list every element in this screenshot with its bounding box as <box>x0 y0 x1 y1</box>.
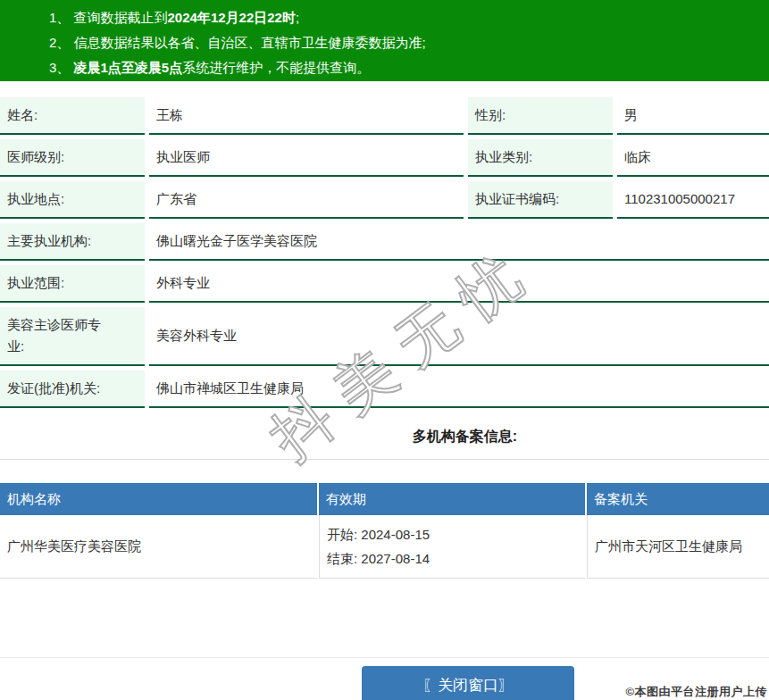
close-window-button[interactable]: 〖关闭窗口〗 <box>362 666 574 700</box>
cell-validity-period: 开始: 2024-08-15 结束: 2027-08-14 <box>319 515 585 579</box>
field-value-practice-category: 临床 <box>617 139 769 177</box>
table-row: 医师级别: 执业医师 执业类别: 临床 <box>0 139 769 177</box>
table-row: 执业地点: 广东省 执业证书编码: 110231005000217 <box>0 181 769 219</box>
multi-institution-filing-table: 机构名称 有效期 备案机关 广州华美医疗美容医院 开始: 2024-08-15 … <box>0 483 769 579</box>
validity-start: 开始: 2024-08-15 <box>327 522 578 546</box>
field-value-doctor-level: 执业医师 <box>149 139 464 177</box>
field-label-gender: 性别: <box>468 97 613 135</box>
notice-line-2: 2、 信息数据结果以各省、自治区、直辖市卫生健康委数据为准; <box>49 30 769 55</box>
notice-text: ; <box>296 10 299 25</box>
notice-banner: 1、 查询数据截止到2024年12月22日22时; 2、 信息数据结果以各省、自… <box>0 0 769 81</box>
notice-text-bold: 凌晨1点至凌晨5点 <box>74 60 183 75</box>
validity-end: 结束: 2027-08-14 <box>327 546 578 571</box>
notice-text: 系统进行维护，不能提供查询。 <box>182 60 370 75</box>
notice-number: 3、 <box>49 60 70 75</box>
column-header-validity-period: 有效期 <box>319 483 585 515</box>
field-label-doctor-level: 医师级别: <box>0 139 145 177</box>
field-label-issuing-authority: 发证(批准)机关: <box>0 371 145 408</box>
table-header-row: 机构名称 有效期 备案机关 <box>0 483 769 515</box>
field-label-cosmetic-specialty: 美容主诊医师专业: <box>0 307 145 366</box>
query-result-page: 1、 查询数据截止到2024年12月22日22时; 2、 信息数据结果以各省、自… <box>0 0 769 700</box>
table-row: 主要执业机构: 佛山曙光金子医学美容医院 <box>0 223 769 261</box>
table-row: 广州华美医疗美容医院 开始: 2024-08-15 结束: 2027-08-14… <box>0 515 769 579</box>
field-label-practice-scope: 执业范围: <box>0 265 145 303</box>
notice-line-1: 1、 查询数据截止到2024年12月22日22时; <box>49 5 769 30</box>
practitioner-info-table: 姓名: 王栋 性别: 男 医师级别: 执业医师 执业类别: 临床 执业地点: 广… <box>0 93 769 412</box>
field-value-name: 王栋 <box>149 97 464 135</box>
column-header-filing-authority: 备案机关 <box>587 483 769 515</box>
notice-number: 2、 <box>49 35 70 50</box>
footer-divider <box>0 657 769 658</box>
notice-number: 1、 <box>49 10 70 25</box>
cell-filing-authority: 广州市天河区卫生健康局 <box>587 515 769 579</box>
field-value-gender: 男 <box>617 97 769 135</box>
copyright-watermark: ©本图由平台注册用户上传 <box>625 684 767 700</box>
notice-line-3: 3、 凌晨1点至凌晨5点系统进行维护，不能提供查询。 <box>49 55 769 80</box>
table-row: 美容主诊医师专业: 美容外科专业 <box>0 307 769 366</box>
multi-institution-section-title: 多机构备案信息: <box>0 427 769 446</box>
notice-text: 信息数据结果以各省、自治区、直辖市卫生健康委数据为准; <box>74 35 426 50</box>
field-label-practice-category: 执业类别: <box>468 139 613 177</box>
field-value-cosmetic-specialty: 美容外科专业 <box>149 307 769 366</box>
field-value-issuing-authority: 佛山市禅城区卫生健康局 <box>149 371 769 408</box>
notice-text: 查询数据截止到 <box>74 10 168 25</box>
table-row: 姓名: 王栋 性别: 男 <box>0 97 769 135</box>
section-divider <box>0 459 769 460</box>
field-label-certificate-number: 执业证书编码: <box>468 181 613 219</box>
table-row: 执业范围: 外科专业 <box>0 265 769 303</box>
cell-institution-name: 广州华美医疗美容医院 <box>0 515 317 579</box>
notice-text-bold: 2024年12月22日22时 <box>168 10 296 25</box>
column-header-institution-name: 机构名称 <box>0 483 317 515</box>
field-value-practice-location: 广东省 <box>149 181 464 219</box>
field-label-practice-location: 执业地点: <box>0 181 145 219</box>
field-label-name: 姓名: <box>0 97 145 135</box>
field-label-main-institution: 主要执业机构: <box>0 223 145 261</box>
field-value-certificate-number: 110231005000217 <box>617 181 769 219</box>
field-value-practice-scope: 外科专业 <box>149 265 769 303</box>
table-row: 发证(批准)机关: 佛山市禅城区卫生健康局 <box>0 371 769 408</box>
field-value-main-institution: 佛山曙光金子医学美容医院 <box>149 223 769 261</box>
